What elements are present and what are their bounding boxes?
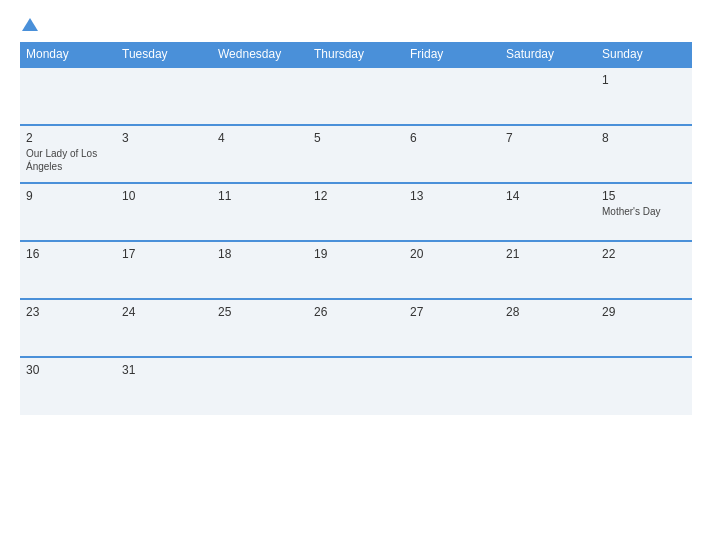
day-number: 13 xyxy=(410,189,494,203)
day-number: 16 xyxy=(26,247,110,261)
calendar-cell xyxy=(308,67,404,125)
day-number: 8 xyxy=(602,131,686,145)
calendar-cell: 22 xyxy=(596,241,692,299)
weekday-saturday: Saturday xyxy=(500,42,596,67)
weekday-wednesday: Wednesday xyxy=(212,42,308,67)
day-number: 27 xyxy=(410,305,494,319)
calendar-cell xyxy=(500,67,596,125)
day-number: 22 xyxy=(602,247,686,261)
weekday-monday: Monday xyxy=(20,42,116,67)
calendar-cell: 7 xyxy=(500,125,596,183)
calendar-cell xyxy=(212,67,308,125)
day-number: 24 xyxy=(122,305,206,319)
week-row-1: 2Our Lady of Los Ángeles345678 xyxy=(20,125,692,183)
day-number: 17 xyxy=(122,247,206,261)
calendar-cell: 14 xyxy=(500,183,596,241)
header xyxy=(20,18,692,32)
page: MondayTuesdayWednesdayThursdayFridaySatu… xyxy=(0,0,712,550)
calendar-table: MondayTuesdayWednesdayThursdayFridaySatu… xyxy=(20,42,692,415)
day-number: 9 xyxy=(26,189,110,203)
week-row-4: 23242526272829 xyxy=(20,299,692,357)
weekday-tuesday: Tuesday xyxy=(116,42,212,67)
day-number: 31 xyxy=(122,363,206,377)
day-number: 12 xyxy=(314,189,398,203)
calendar-cell: 26 xyxy=(308,299,404,357)
event-label: Our Lady of Los Ángeles xyxy=(26,148,97,172)
day-number: 28 xyxy=(506,305,590,319)
week-row-3: 16171819202122 xyxy=(20,241,692,299)
calendar-cell: 25 xyxy=(212,299,308,357)
calendar-cell: 2Our Lady of Los Ángeles xyxy=(20,125,116,183)
calendar-cell xyxy=(308,357,404,415)
calendar-cell xyxy=(404,67,500,125)
weekday-thursday: Thursday xyxy=(308,42,404,67)
day-number: 2 xyxy=(26,131,110,145)
calendar-cell xyxy=(212,357,308,415)
calendar-cell: 10 xyxy=(116,183,212,241)
calendar-cell: 18 xyxy=(212,241,308,299)
calendar-cell: 3 xyxy=(116,125,212,183)
day-number: 18 xyxy=(218,247,302,261)
day-number: 19 xyxy=(314,247,398,261)
calendar-cell: 28 xyxy=(500,299,596,357)
day-number: 6 xyxy=(410,131,494,145)
event-label: Mother's Day xyxy=(602,206,661,217)
day-number: 25 xyxy=(218,305,302,319)
week-row-2: 9101112131415Mother's Day xyxy=(20,183,692,241)
calendar-cell: 21 xyxy=(500,241,596,299)
logo-triangle-icon xyxy=(22,18,38,31)
week-row-5: 3031 xyxy=(20,357,692,415)
calendar-cell xyxy=(20,67,116,125)
calendar-cell: 6 xyxy=(404,125,500,183)
calendar-cell xyxy=(596,357,692,415)
day-number: 3 xyxy=(122,131,206,145)
calendar-cell: 31 xyxy=(116,357,212,415)
day-number: 21 xyxy=(506,247,590,261)
weekday-friday: Friday xyxy=(404,42,500,67)
day-number: 26 xyxy=(314,305,398,319)
calendar-cell: 23 xyxy=(20,299,116,357)
day-number: 7 xyxy=(506,131,590,145)
calendar-cell: 15Mother's Day xyxy=(596,183,692,241)
calendar-cell: 4 xyxy=(212,125,308,183)
calendar-cell: 19 xyxy=(308,241,404,299)
calendar-cell: 13 xyxy=(404,183,500,241)
calendar-cell: 30 xyxy=(20,357,116,415)
calendar-cell: 11 xyxy=(212,183,308,241)
calendar-cell: 20 xyxy=(404,241,500,299)
calendar-cell: 1 xyxy=(596,67,692,125)
weekday-sunday: Sunday xyxy=(596,42,692,67)
calendar-cell: 24 xyxy=(116,299,212,357)
day-number: 10 xyxy=(122,189,206,203)
day-number: 4 xyxy=(218,131,302,145)
day-number: 23 xyxy=(26,305,110,319)
calendar-cell: 29 xyxy=(596,299,692,357)
calendar-cell: 5 xyxy=(308,125,404,183)
day-number: 11 xyxy=(218,189,302,203)
day-number: 15 xyxy=(602,189,686,203)
calendar-cell xyxy=(404,357,500,415)
day-number: 1 xyxy=(602,73,686,87)
calendar-cell: 8 xyxy=(596,125,692,183)
calendar-cell xyxy=(500,357,596,415)
calendar-cell: 9 xyxy=(20,183,116,241)
day-number: 30 xyxy=(26,363,110,377)
calendar-cell: 17 xyxy=(116,241,212,299)
calendar-cell xyxy=(116,67,212,125)
day-number: 14 xyxy=(506,189,590,203)
day-number: 29 xyxy=(602,305,686,319)
weekday-header-row: MondayTuesdayWednesdayThursdayFridaySatu… xyxy=(20,42,692,67)
day-number: 20 xyxy=(410,247,494,261)
calendar-cell: 12 xyxy=(308,183,404,241)
logo xyxy=(20,18,38,32)
calendar-cell: 16 xyxy=(20,241,116,299)
week-row-0: 1 xyxy=(20,67,692,125)
day-number: 5 xyxy=(314,131,398,145)
calendar-cell: 27 xyxy=(404,299,500,357)
